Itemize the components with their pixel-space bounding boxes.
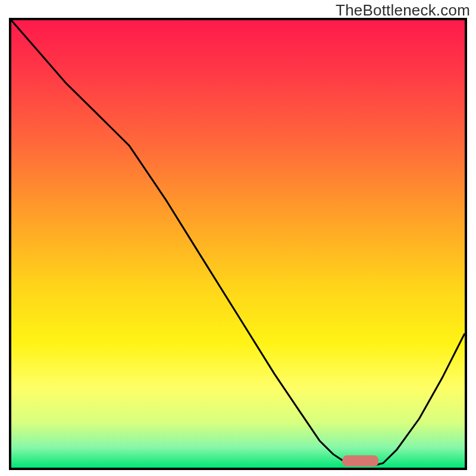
chart-container: TheBottleneck.com	[0, 0, 476, 476]
chart-plot-area	[9, 18, 467, 470]
optimal-range-marker	[342, 455, 378, 466]
watermark-text: TheBottleneck.com	[336, 1, 470, 20]
bottleneck-chart	[9, 18, 467, 470]
gradient-background	[11, 20, 465, 468]
